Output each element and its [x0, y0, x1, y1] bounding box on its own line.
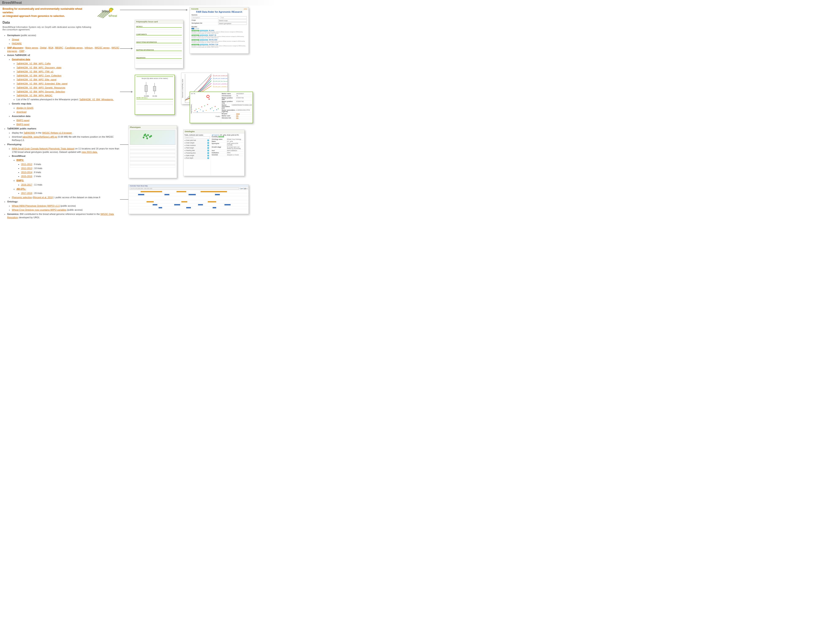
link-bwp2-panel[interactable]: BWP2 panel: [16, 119, 29, 122]
thumb-gbrowse: Overview Track Show Help chr7A:370,000,0…: [129, 185, 249, 214]
data-heading: Data: [3, 21, 91, 24]
svg-point-26: [207, 104, 208, 105]
link-trial-year[interactable]: 2013-2014: [21, 171, 32, 173]
link-siregal[interactable]: Siregal: [12, 38, 19, 41]
link-genotyping-dataset[interactable]: TaBW420K_V2_BW_WP1_CsRe: [16, 62, 51, 65]
svg-point-27: [209, 99, 210, 100]
link-gff3-download[interactable]: tabw280k_iwgscRefSeqv1.gff3.gz: [23, 135, 57, 138]
list-item: Ontology: Wheat INRA Phenotype Ontology …: [7, 200, 121, 212]
list-item: Phenotyping: INRA Small Grain Cereals Ne…: [7, 143, 121, 199]
list-item: Axiom TaBW420K v2 Genotyping data TaBW42…: [7, 54, 121, 126]
link-snp[interactable]: Digital: [40, 47, 47, 49]
screenshots-collage: FAIDARE elixir FAIR Data-finder for Agro…: [122, 7, 275, 220]
link-wheatamix[interactable]: TaBW420K_V2_BW_Wheatamix.: [79, 98, 114, 101]
link-genotyping-dataset[interactable]: TaBW420K_V2_BW_WP4_Genomic_Selection: [16, 90, 65, 93]
breedwheat-logo: Breed Wheat: [95, 7, 121, 20]
link-genotyping-dataset[interactable]: TaBW420K_V2_BW_WP3_Genetic_Resources: [16, 86, 65, 89]
link-map-download[interactable]: download: [16, 111, 26, 113]
thumb-ontologies: Ontologies Traits, methods and scales Se…: [183, 130, 244, 176]
link-bwp3[interactable]: BWP3:: [16, 179, 24, 182]
arrow-icon: [120, 92, 133, 92]
svg-point-18: [196, 109, 196, 109]
svg-rect-10: [153, 86, 156, 91]
svg-point-17: [195, 111, 195, 111]
svg-text:Wheat: Wheat: [109, 14, 117, 18]
link-crop-ontology[interactable]: Wheat Crop Ontology now countains WIPO v…: [12, 209, 66, 211]
documentation-text: Breeding for economically and environmen…: [3, 7, 121, 220]
list-item: SNP discovery : Major genes , Digital , …: [7, 46, 121, 53]
link-phenomic[interactable]: Phenomic selection: [12, 196, 32, 199]
svg-point-31: [215, 106, 215, 107]
svg-point-32: [216, 109, 217, 110]
link-tabw280k[interactable]: TaBW280K: [23, 132, 35, 134]
link-snp[interactable]: Infinium: [85, 47, 93, 49]
link-trial-year[interactable]: 2016-2017: [21, 183, 32, 186]
list-item: Germplasm (public access) Siregal FAIDAR…: [7, 34, 121, 45]
link-trial-year[interactable]: 2015-2016: [21, 175, 32, 178]
project-header: BreedWheat: [0, 0, 278, 5]
link-new-2015[interactable]: new 2015 data.: [82, 151, 98, 153]
link-snp[interactable]: IWGSC genes: [95, 47, 109, 49]
link-genotyping-dataset[interactable]: TaBW420K_V2_BW_WP2_Elite_panel: [16, 78, 56, 81]
link-trial-year[interactable]: 2011-2012: [21, 163, 32, 165]
svg-point-22: [201, 106, 202, 107]
link-genotyping-dataset[interactable]: TaBW420K_V2_BW_WP1_ITMI_p1: [16, 70, 53, 73]
link-trial-year[interactable]: 2017-2018: [21, 192, 32, 194]
link-snp[interactable]: ISBP: [19, 50, 24, 52]
link-genotyping-dataset[interactable]: TaBW420K_V2_BW_WP1_Discovery_plate: [16, 66, 61, 69]
link-bwp2[interactable]: BWP2:: [16, 159, 24, 161]
thumb-manhattan: chr 7A -log10(pValue) Positio Marker nam…: [190, 92, 253, 123]
link-snp[interactable]: Major genes: [25, 47, 38, 49]
link-bwp3-panel[interactable]: BWP3 panel: [16, 123, 29, 125]
link-snp[interactable]: Candidate genes: [65, 47, 82, 49]
link-genotyping-dataset[interactable]: TaBW420K_V2_BW_WP2_Extended_Elite_panel: [16, 82, 68, 85]
svg-text:Breed: Breed: [102, 10, 109, 13]
list-item: Genomics: BW contributed to the bread wh…: [7, 212, 121, 219]
link-genotyping-dataset[interactable]: TaBW420K_V2_BW_WP4_MAGIC: [16, 94, 53, 97]
link-snp-discovery[interactable]: SNP discovery: [7, 47, 23, 49]
svg-text:AA (500): AA (500): [144, 95, 149, 97]
svg-point-25: [206, 110, 207, 111]
link-genotyping[interactable]: Genotyping data: [12, 58, 30, 61]
svg-point-19: [197, 111, 198, 112]
link-genotyping-dataset[interactable]: TaBW420K_V2_BW_WP2_Core_Collection: [16, 74, 61, 77]
link-inra-dataset[interactable]: INRA Small Grain Cereals Network Phenoty…: [12, 147, 74, 150]
link-wipo[interactable]: Wheat INRA Phenotype Ontology (WIPO) v1.…: [12, 204, 60, 207]
link-snp[interactable]: BBSRC: [55, 47, 63, 49]
svg-point-20: [198, 108, 199, 109]
thumb-boxplot: Boxplot (By allele version of the marker…: [135, 75, 175, 115]
svg-point-21: [200, 109, 201, 110]
svg-point-29: [212, 108, 212, 108]
thumb-locus-card: Polymorphic locus card DETAILSCOMPONENTS…: [135, 20, 183, 68]
svg-point-30: [213, 111, 214, 111]
link-snp[interactable]: BGA: [48, 47, 53, 49]
svg-text:GG (45): GG (45): [153, 95, 157, 97]
link-iwgsc-browser[interactable]: IWGSC Refseq v1.0 browser: [42, 132, 72, 134]
arrow-icon: [120, 48, 133, 49]
link-abqtl[interactable]: AB-QTL:: [16, 188, 26, 190]
link-trial-year[interactable]: 2012-2013: [21, 167, 32, 170]
thumb-faidare: FAIDARE elixir FAIR Data-finder for Agro…: [190, 7, 249, 54]
link-rincent[interactable]: Rincent et al. 2018: [33, 196, 53, 199]
thumb-phenotypes: Phenotypes: [129, 125, 177, 178]
link-faidare[interactable]: FAIDARE: [12, 42, 22, 45]
svg-point-23: [203, 111, 204, 112]
list-item: TaBW280K public markers display the TaBW…: [7, 127, 121, 142]
data-intro: BreedWheat Information System rely on Gn…: [3, 26, 91, 31]
arrow-icon: [120, 10, 188, 10]
svg-rect-7: [145, 85, 147, 92]
svg-point-24: [204, 106, 205, 106]
project-tagline: Breeding for economically and environmen…: [3, 7, 91, 18]
svg-point-33: [218, 109, 219, 109]
link-map-display[interactable]: display in GnpIS: [16, 107, 33, 109]
svg-point-28: [210, 109, 211, 109]
